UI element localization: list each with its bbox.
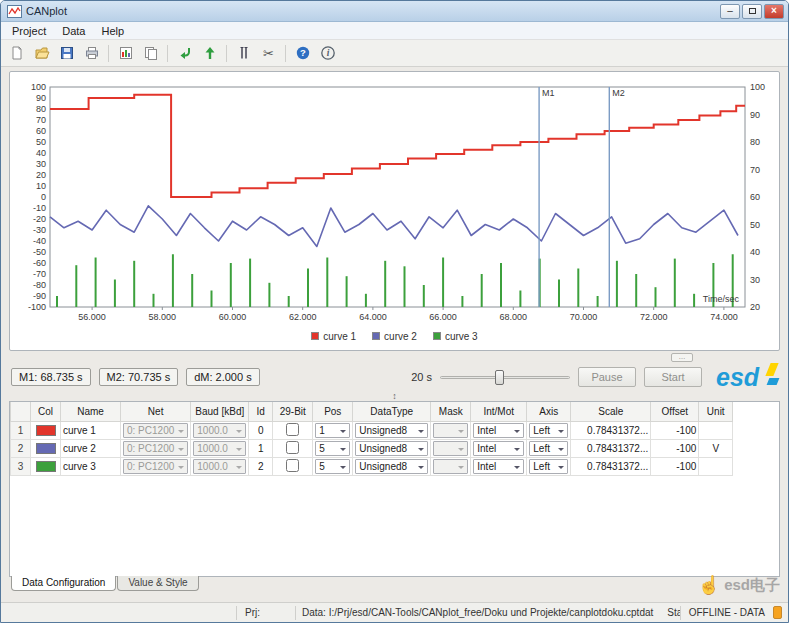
table-row[interactable]: 1 curve 1 0: PC1200 1000.0 0 1 Unsigned8… (11, 421, 733, 439)
export-image-icon (118, 45, 134, 61)
unit-cell[interactable] (699, 421, 733, 439)
datatype-select[interactable]: Unsigned8 (355, 441, 428, 456)
scale-cell[interactable]: 0.78431372... (571, 439, 651, 457)
slider-thumb[interactable] (495, 370, 504, 385)
undo-button[interactable] (173, 42, 196, 64)
bit29-checkbox[interactable] (286, 423, 299, 436)
header-datatype: DataType (353, 402, 431, 421)
maximize-button[interactable] (742, 4, 762, 19)
start-button[interactable]: Start (644, 367, 702, 387)
window-length-label: 20 s (411, 371, 432, 383)
scale-cell[interactable]: 0.78431372... (571, 421, 651, 439)
svg-text:-80: -80 (33, 280, 46, 290)
intmot-select[interactable]: Intel (473, 459, 524, 474)
scale-cell[interactable]: 0.78431372... (571, 457, 651, 475)
intmot-select-value: Intel (477, 443, 496, 454)
id-cell[interactable]: 2 (249, 457, 273, 475)
minimize-button[interactable]: – (720, 4, 740, 19)
intmot-select[interactable]: Intel (473, 441, 524, 456)
curve-name-cell[interactable]: curve 1 (61, 421, 121, 439)
unit-cell[interactable]: V (699, 439, 733, 457)
canplot-window: CANplot – × Project Data Help ✂ ? i -100… (0, 0, 789, 623)
net-select-value: 0: PC1200 (127, 443, 174, 454)
datatype-select-value: Unsigned8 (359, 425, 407, 436)
pos-select[interactable]: 5 (315, 441, 350, 456)
open-button[interactable] (30, 42, 53, 64)
header-blank (11, 402, 31, 421)
datatype-select-value: Unsigned8 (359, 443, 407, 454)
chart-splitter[interactable]: … (1, 351, 788, 363)
datatype-select[interactable]: Unsigned8 (355, 459, 428, 474)
legend-swatch (372, 332, 380, 340)
svg-text:100: 100 (750, 82, 765, 92)
intmot-select[interactable]: Intel (473, 423, 524, 438)
table-row[interactable]: 2 curve 2 0: PC1200 1000.0 1 5 Unsigned8… (11, 439, 733, 457)
plot-area[interactable]: -100-90-80-70-60-50-40-30-20-10010203040… (10, 75, 779, 325)
bit29-checkbox[interactable] (286, 441, 299, 454)
time-window-slider[interactable] (440, 368, 570, 386)
pos-select[interactable]: 1 (315, 423, 350, 438)
window-title: CANplot (26, 5, 67, 17)
header-mask: Mask (431, 402, 471, 421)
svg-text:80: 80 (750, 137, 760, 147)
tab-value-style[interactable]: Value & Style (117, 576, 198, 591)
svg-text:62.000: 62.000 (289, 312, 317, 322)
save-button[interactable] (55, 42, 78, 64)
baud-select-value: 1000.0 (197, 425, 228, 436)
close-button[interactable]: × (764, 4, 784, 19)
svg-text:64.000: 64.000 (359, 312, 387, 322)
title-bar[interactable]: CANplot – × (1, 1, 788, 22)
menu-help[interactable]: Help (95, 24, 132, 38)
id-cell[interactable]: 0 (249, 421, 273, 439)
slider-track[interactable] (440, 376, 570, 379)
svg-text:90: 90 (750, 110, 760, 120)
axis-select[interactable]: Left (529, 441, 568, 456)
export-image-button[interactable] (114, 42, 137, 64)
info-button[interactable]: i (316, 42, 339, 64)
legend-item: curve 2 (372, 331, 417, 342)
header-baud: Baud [kBd] (191, 402, 249, 421)
curve-color-swatch[interactable] (36, 425, 56, 436)
print-button[interactable] (80, 42, 103, 64)
markers-button[interactable] (232, 42, 255, 64)
bit29-checkbox[interactable] (286, 459, 299, 472)
offset-cell[interactable]: -100 (651, 439, 699, 457)
cut-button[interactable]: ✂ (257, 42, 280, 64)
svg-text:68.000: 68.000 (500, 312, 528, 322)
tab-data-configuration[interactable]: Data Configuration (11, 576, 116, 591)
unit-cell[interactable] (699, 457, 733, 475)
axis-select[interactable]: Left (529, 459, 568, 474)
signal-table: Col Name Net Baud [kBd] Id 29-Bit Pos Da… (10, 402, 733, 476)
curve-name-cell[interactable]: curve 3 (61, 457, 121, 475)
pos-select[interactable]: 5 (315, 459, 350, 474)
curve-color-swatch[interactable] (36, 461, 56, 472)
offset-cell[interactable]: -100 (651, 421, 699, 439)
svg-text:-50: -50 (33, 247, 46, 257)
help-icon: ? (295, 45, 311, 61)
table-splitter[interactable]: ↕ (1, 391, 788, 401)
copy-button[interactable] (139, 42, 162, 64)
curve-color-swatch[interactable] (36, 443, 56, 454)
legend-label: curve 1 (323, 331, 356, 342)
save-icon (59, 45, 75, 61)
new-icon (9, 45, 25, 61)
chart-panel: -100-90-80-70-60-50-40-30-20-10010203040… (9, 71, 780, 351)
splitter-grip-button[interactable]: … (671, 353, 693, 362)
curve-name-cell[interactable]: curve 2 (61, 439, 121, 457)
pos-select-value: 1 (319, 425, 325, 436)
new-button[interactable] (5, 42, 28, 64)
pause-button[interactable]: Pause (578, 367, 636, 387)
up-button[interactable] (198, 42, 221, 64)
splitter-updown-icon: ↕ (392, 391, 397, 401)
toolbar-separator (226, 45, 227, 62)
menu-project[interactable]: Project (5, 24, 53, 38)
svg-text:56.000: 56.000 (78, 312, 106, 322)
axis-select[interactable]: Left (529, 423, 568, 438)
header-unit: Unit (699, 402, 733, 421)
datatype-select[interactable]: Unsigned8 (355, 423, 428, 438)
id-cell[interactable]: 1 (249, 439, 273, 457)
offset-cell[interactable]: -100 (651, 457, 699, 475)
table-row[interactable]: 3 curve 3 0: PC1200 1000.0 2 5 Unsigned8… (11, 457, 733, 475)
help-button[interactable]: ? (291, 42, 314, 64)
menu-data[interactable]: Data (55, 24, 92, 38)
